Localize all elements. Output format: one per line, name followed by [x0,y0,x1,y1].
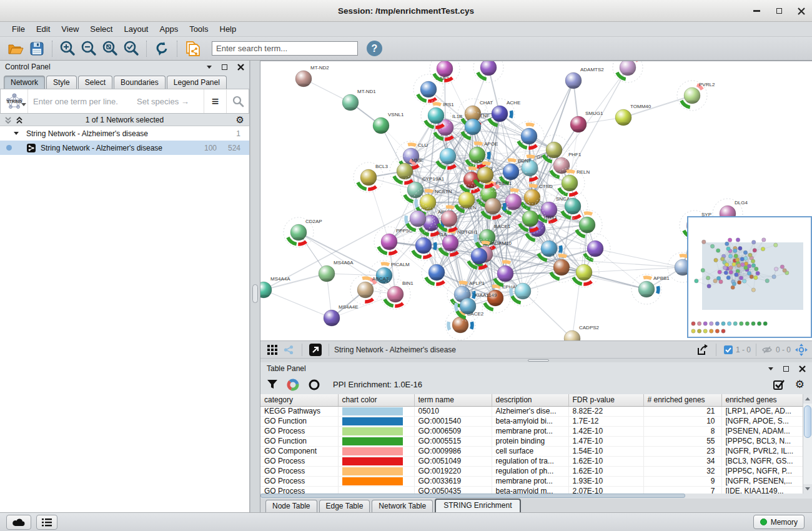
table-vertical-scrollbar[interactable] [803,394,812,494]
menu-file[interactable]: File [6,22,31,36]
column-header-term-name[interactable]: term name [414,394,492,406]
column-header-description[interactable]: description [492,394,568,406]
save-session-button[interactable] [26,39,47,59]
column-header-chart-color[interactable]: chart color [338,394,414,406]
string-options-button[interactable]: ≡ [204,89,226,113]
network-node[interactable] [473,61,503,82]
search-input[interactable] [212,41,358,56]
panel-float-icon[interactable] [222,64,227,70]
menu-apps[interactable]: Apps [154,22,184,36]
species-selector[interactable]: Set species → [137,97,189,106]
zoom-out-button[interactable] [78,39,99,59]
scroll-down-button[interactable] [803,484,812,494]
network-node[interactable]: BIN1 [380,279,413,309]
network-options-gear-icon[interactable]: ⚙ [236,114,244,126]
table-row[interactable]: GO ComponentGO:0009986cell surface1.54E-… [260,446,803,456]
table-panel-float-icon[interactable] [783,366,789,372]
tab-network[interactable]: Network [4,76,45,89]
tab-node-table[interactable]: Node Table [265,500,317,512]
help-button[interactable]: ? [367,41,382,56]
zoom-in-button[interactable] [57,39,78,59]
splitter-grip[interactable] [252,284,258,303]
network-node[interactable]: CD2AP [284,217,322,247]
import-network-button[interactable] [182,39,203,59]
share-network-button[interactable] [280,342,297,357]
network-node[interactable]: CADPS2 [564,325,600,340]
table-row[interactable]: GO ProcessGO:0033619membrane prot...1.93… [260,476,803,486]
table-row[interactable]: GO ProcessGO:0051049regulation of tra...… [260,456,803,466]
tab-edge-table[interactable]: Edge Table [319,500,370,512]
menu-tools[interactable]: Tools [184,22,214,36]
network-node[interactable]: ADAMTS2 [565,67,604,89]
menu-edit[interactable]: Edit [31,22,56,36]
table-settings-gear-icon[interactable]: ⚙ [795,380,805,390]
grid-view-button[interactable] [264,342,280,357]
close-button[interactable] [797,7,806,16]
maximize-button[interactable] [775,7,783,16]
collapse-all-icon[interactable] [4,116,12,124]
hsplitter-grip[interactable] [528,359,549,362]
network-node[interactable]: VSNL1 [373,112,404,134]
network-node[interactable]: ABCA7 [350,275,389,305]
menu-help[interactable]: Help [214,22,242,36]
open-in-new-button[interactable] [307,342,324,357]
tab-network-table[interactable]: Network Table [372,500,433,512]
menu-layout[interactable]: Layout [118,22,154,36]
tab-string-enrichment[interactable]: STRING Enrichment [435,499,520,512]
table-panel-close-icon[interactable] [799,365,806,372]
network-node[interactable]: MS4A6A [319,260,354,282]
panel-close-icon[interactable] [237,64,244,71]
task-history-button[interactable] [36,515,57,530]
string-query-input[interactable]: Enter one term per line. [33,97,118,106]
network-node[interactable]: APBB1 [631,274,670,304]
enrichment-chart-icon[interactable] [287,379,299,391]
column-header-category[interactable]: category [260,394,338,406]
network-node[interactable]: BACE2 [445,310,484,340]
network-node[interactable] [430,61,460,84]
export-network-button[interactable] [695,342,711,357]
panel-splitter[interactable] [250,61,260,512]
table-horizontal-scrollbar[interactable] [260,494,812,499]
string-logo[interactable]: STRING [1,89,28,113]
tab-boundaries[interactable]: Boundaries [114,76,166,89]
eye-off-icon[interactable] [761,345,773,354]
tab-select[interactable]: Select [78,76,112,89]
network-node[interactable] [572,210,602,240]
expand-all-icon[interactable] [15,116,24,124]
menu-view[interactable]: View [56,22,84,36]
tab-legend-panel[interactable]: Legend Panel [167,76,227,89]
selected-checkbox-icon[interactable] [724,345,733,354]
network-node[interactable]: GAB2 [413,74,449,104]
tab-style[interactable]: Style [46,76,77,89]
vertical-scroll-thumb[interactable] [804,405,811,438]
network-node[interactable]: BCL3 [354,162,389,192]
table-row[interactable]: GO ProcessGO:0006509membrane prot...1.42… [260,426,803,436]
table-row[interactable]: KEGG Pathways05010Alzheimer's dise...8.8… [260,406,803,416]
menu-select[interactable]: Select [84,22,118,36]
table-row[interactable]: GO ProcessGO:0050435beta-amyloid m...2.0… [260,486,803,494]
column-header-enriched-genes[interactable]: enriched genes [721,394,803,406]
birds-eye-view[interactable] [687,216,812,338]
network-canvas[interactable]: MT-ND2MT-ND1VSNL1GAB2ADAMTS2PVRL2TOMM40S… [260,61,812,340]
navigator-button[interactable] [793,342,810,357]
scroll-up-button[interactable] [803,394,812,404]
table-row[interactable]: GO FunctionGO:0001540beta-amyloid bi...1… [260,416,803,426]
column-header-fdr-p-value[interactable]: FDR p-value [568,394,643,406]
network-node[interactable]: PVRL2 [677,81,715,111]
network-node[interactable]: MS4A4E [324,304,359,326]
table-panel-menu-icon[interactable] [768,367,773,370]
network-node[interactable]: MT-ND1 [342,89,376,111]
zoom-fit-button[interactable] [99,39,121,59]
table-row[interactable]: GO FunctionGO:0005515protein binding1.47… [260,436,803,446]
network-node[interactable] [613,61,643,82]
open-session-button[interactable] [5,39,26,59]
network-node[interactable]: PPP5C [374,227,412,257]
zoom-selected-button[interactable] [121,39,142,59]
column-header--enriched-genes[interactable]: # enriched genes [643,394,721,406]
select-columns-icon[interactable] [773,379,785,390]
table-panel-splitter[interactable] [260,358,812,362]
collection-expander-icon[interactable] [14,132,19,135]
table-row[interactable]: GO ProcessGO:0019220regulation of ph...1… [260,466,803,476]
network-node[interactable] [547,252,577,282]
horizontal-scroll-thumb[interactable] [260,494,685,498]
